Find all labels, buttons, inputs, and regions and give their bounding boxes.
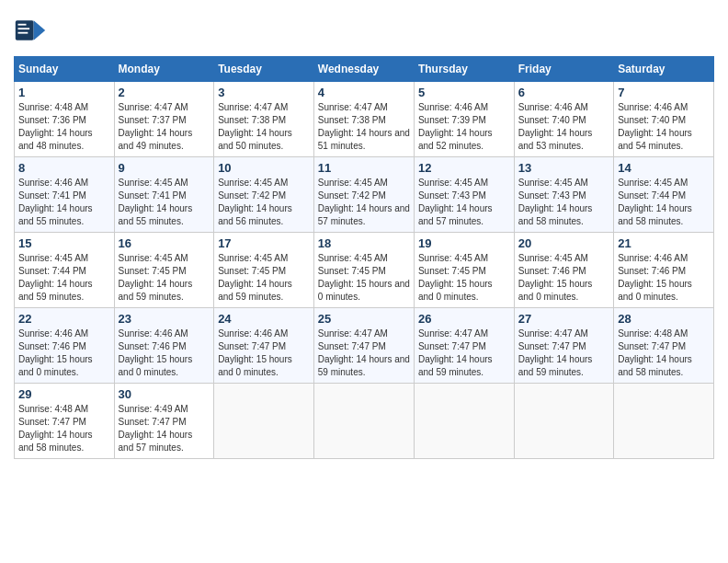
weekday-header: Thursday [414, 57, 514, 82]
calendar-cell: 1Sunrise: 4:48 AM Sunset: 7:36 PM Daylig… [15, 82, 115, 157]
calendar-cell: 16Sunrise: 4:45 AM Sunset: 7:45 PM Dayli… [114, 233, 214, 308]
svg-rect-0 [16, 20, 34, 40]
calendar-cell: 9Sunrise: 4:45 AM Sunset: 7:41 PM Daylig… [114, 157, 214, 233]
day-number: 2 [119, 86, 210, 99]
calendar-cell: 7Sunrise: 4:46 AM Sunset: 7:40 PM Daylig… [614, 82, 714, 157]
calendar-week-row: 29Sunrise: 4:48 AM Sunset: 7:47 PM Dayli… [15, 384, 714, 459]
calendar-table: SundayMondayTuesdayWednesdayThursdayFrid… [14, 56, 714, 459]
calendar-cell: 15Sunrise: 4:45 AM Sunset: 7:44 PM Dayli… [15, 233, 115, 308]
weekday-header: Monday [114, 57, 214, 82]
calendar-week-row: 1Sunrise: 4:48 AM Sunset: 7:36 PM Daylig… [15, 82, 714, 157]
day-number: 14 [618, 161, 710, 175]
calendar-cell: 20Sunrise: 4:45 AM Sunset: 7:46 PM Dayli… [514, 233, 613, 308]
svg-rect-3 [18, 28, 30, 29]
calendar-cell: 5Sunrise: 4:46 AM Sunset: 7:39 PM Daylig… [414, 82, 514, 157]
day-info: Sunrise: 4:47 AM Sunset: 7:47 PM Dayligh… [418, 327, 510, 379]
day-info: Sunrise: 4:47 AM Sunset: 7:37 PM Dayligh… [119, 101, 210, 153]
calendar-cell [414, 384, 514, 459]
day-info: Sunrise: 4:45 AM Sunset: 7:46 PM Dayligh… [518, 252, 609, 304]
calendar-cell: 22Sunrise: 4:46 AM Sunset: 7:46 PM Dayli… [15, 308, 115, 384]
calendar-cell: 19Sunrise: 4:45 AM Sunset: 7:45 PM Dayli… [414, 233, 514, 308]
weekday-header: Saturday [614, 57, 714, 82]
svg-rect-4 [18, 32, 28, 34]
svg-marker-1 [34, 20, 46, 40]
day-info: Sunrise: 4:48 AM Sunset: 7:47 PM Dayligh… [18, 403, 110, 454]
day-info: Sunrise: 4:45 AM Sunset: 7:42 PM Dayligh… [318, 177, 410, 228]
day-info: Sunrise: 4:45 AM Sunset: 7:41 PM Dayligh… [119, 177, 210, 228]
day-number: 7 [618, 86, 710, 99]
day-info: Sunrise: 4:45 AM Sunset: 7:43 PM Dayligh… [518, 177, 609, 228]
day-info: Sunrise: 4:45 AM Sunset: 7:43 PM Dayligh… [418, 177, 510, 228]
calendar-cell: 21Sunrise: 4:46 AM Sunset: 7:46 PM Dayli… [614, 233, 714, 308]
day-number: 26 [418, 312, 510, 326]
day-info: Sunrise: 4:45 AM Sunset: 7:44 PM Dayligh… [18, 252, 110, 304]
day-number: 22 [18, 312, 110, 326]
calendar-cell [313, 384, 414, 459]
calendar-cell: 2Sunrise: 4:47 AM Sunset: 7:37 PM Daylig… [114, 82, 214, 157]
day-number: 27 [518, 312, 609, 326]
calendar-cell [214, 384, 314, 459]
calendar-cell: 13Sunrise: 4:45 AM Sunset: 7:43 PM Dayli… [514, 157, 613, 233]
calendar-cell: 4Sunrise: 4:47 AM Sunset: 7:38 PM Daylig… [313, 82, 414, 157]
calendar-cell: 18Sunrise: 4:45 AM Sunset: 7:45 PM Dayli… [313, 233, 414, 308]
calendar-cell: 3Sunrise: 4:47 AM Sunset: 7:38 PM Daylig… [214, 82, 314, 157]
day-info: Sunrise: 4:47 AM Sunset: 7:38 PM Dayligh… [218, 101, 310, 153]
day-number: 24 [218, 312, 310, 326]
day-info: Sunrise: 4:46 AM Sunset: 7:40 PM Dayligh… [518, 101, 609, 153]
svg-rect-2 [18, 24, 27, 26]
calendar-cell: 28Sunrise: 4:48 AM Sunset: 7:47 PM Dayli… [614, 308, 714, 384]
day-number: 28 [618, 312, 710, 326]
day-info: Sunrise: 4:48 AM Sunset: 7:47 PM Dayligh… [618, 327, 710, 379]
day-info: Sunrise: 4:45 AM Sunset: 7:45 PM Dayligh… [418, 252, 510, 304]
day-number: 4 [318, 86, 410, 99]
day-info: Sunrise: 4:47 AM Sunset: 7:38 PM Dayligh… [318, 101, 410, 153]
day-number: 13 [518, 161, 609, 175]
day-info: Sunrise: 4:48 AM Sunset: 7:36 PM Dayligh… [18, 101, 110, 153]
calendar-cell: 11Sunrise: 4:45 AM Sunset: 7:42 PM Dayli… [313, 157, 414, 233]
day-number: 17 [218, 236, 310, 250]
calendar-cell: 10Sunrise: 4:45 AM Sunset: 7:42 PM Dayli… [214, 157, 314, 233]
calendar-cell [614, 384, 714, 459]
calendar-cell: 27Sunrise: 4:47 AM Sunset: 7:47 PM Dayli… [514, 308, 613, 384]
day-number: 20 [518, 236, 609, 250]
day-info: Sunrise: 4:49 AM Sunset: 7:47 PM Dayligh… [119, 403, 210, 454]
day-info: Sunrise: 4:46 AM Sunset: 7:39 PM Dayligh… [418, 101, 510, 153]
day-number: 16 [119, 236, 210, 250]
calendar-cell: 17Sunrise: 4:45 AM Sunset: 7:45 PM Dayli… [214, 233, 314, 308]
calendar-cell: 30Sunrise: 4:49 AM Sunset: 7:47 PM Dayli… [114, 384, 214, 459]
calendar-cell: 6Sunrise: 4:46 AM Sunset: 7:40 PM Daylig… [514, 82, 613, 157]
weekday-header: Tuesday [214, 57, 314, 82]
day-info: Sunrise: 4:46 AM Sunset: 7:46 PM Dayligh… [119, 327, 210, 379]
day-number: 21 [618, 236, 710, 250]
day-number: 23 [119, 312, 210, 326]
calendar-cell: 14Sunrise: 4:45 AM Sunset: 7:44 PM Dayli… [614, 157, 714, 233]
day-info: Sunrise: 4:46 AM Sunset: 7:46 PM Dayligh… [18, 327, 110, 379]
day-info: Sunrise: 4:45 AM Sunset: 7:45 PM Dayligh… [218, 252, 310, 304]
calendar-cell: 12Sunrise: 4:45 AM Sunset: 7:43 PM Dayli… [414, 157, 514, 233]
day-number: 12 [418, 161, 510, 175]
page-header [14, 14, 714, 47]
calendar-week-row: 15Sunrise: 4:45 AM Sunset: 7:44 PM Dayli… [15, 233, 714, 308]
day-info: Sunrise: 4:45 AM Sunset: 7:44 PM Dayligh… [618, 177, 710, 228]
day-info: Sunrise: 4:45 AM Sunset: 7:45 PM Dayligh… [318, 252, 410, 304]
logo-icon [14, 14, 47, 47]
day-number: 25 [318, 312, 410, 326]
day-info: Sunrise: 4:45 AM Sunset: 7:45 PM Dayligh… [119, 252, 210, 304]
calendar-cell [514, 384, 613, 459]
calendar-week-row: 8Sunrise: 4:46 AM Sunset: 7:41 PM Daylig… [15, 157, 714, 233]
day-number: 3 [218, 86, 310, 99]
weekday-header: Wednesday [313, 57, 414, 82]
calendar-cell: 26Sunrise: 4:47 AM Sunset: 7:47 PM Dayli… [414, 308, 514, 384]
day-info: Sunrise: 4:47 AM Sunset: 7:47 PM Dayligh… [318, 327, 410, 379]
day-info: Sunrise: 4:46 AM Sunset: 7:47 PM Dayligh… [218, 327, 310, 379]
day-info: Sunrise: 4:46 AM Sunset: 7:41 PM Dayligh… [18, 177, 110, 228]
day-number: 1 [18, 86, 110, 99]
day-number: 6 [518, 86, 609, 99]
weekday-header: Friday [514, 57, 613, 82]
weekday-header: Sunday [15, 57, 115, 82]
calendar-cell: 23Sunrise: 4:46 AM Sunset: 7:46 PM Dayli… [114, 308, 214, 384]
calendar-header-row: SundayMondayTuesdayWednesdayThursdayFrid… [15, 57, 714, 82]
calendar-week-row: 22Sunrise: 4:46 AM Sunset: 7:46 PM Dayli… [15, 308, 714, 384]
calendar-cell: 25Sunrise: 4:47 AM Sunset: 7:47 PM Dayli… [313, 308, 414, 384]
day-number: 5 [418, 86, 510, 99]
